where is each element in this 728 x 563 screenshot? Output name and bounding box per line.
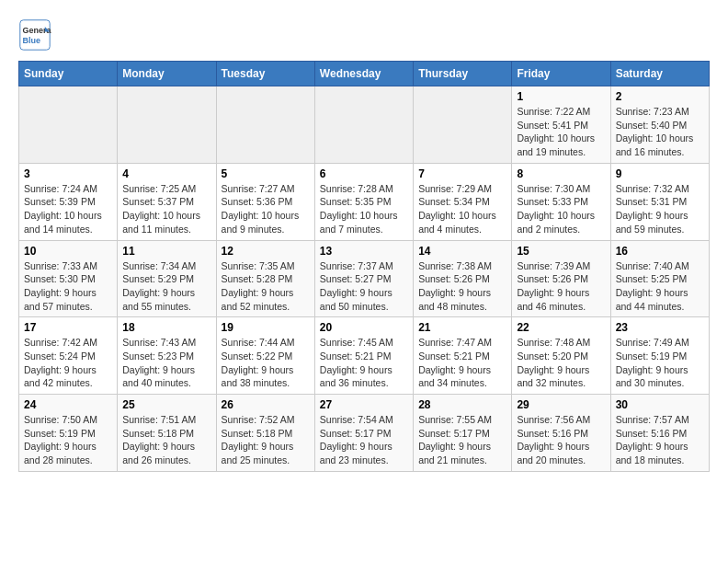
- calendar-cell: [414, 86, 512, 164]
- day-number: 29: [517, 398, 605, 411]
- day-info: Sunrise: 7:52 AM Sunset: 5:18 PM Dayligh…: [222, 413, 310, 467]
- calendar-week-3: 10Sunrise: 7:33 AM Sunset: 5:30 PM Dayli…: [19, 240, 710, 317]
- day-number: 9: [616, 167, 704, 180]
- calendar-cell: 13Sunrise: 7:37 AM Sunset: 5:27 PM Dayli…: [314, 240, 413, 317]
- calendar-cell: 14Sunrise: 7:38 AM Sunset: 5:26 PM Dayli…: [414, 240, 512, 317]
- calendar-cell: 26Sunrise: 7:52 AM Sunset: 5:18 PM Dayli…: [216, 395, 314, 472]
- header: General Blue: [18, 18, 710, 52]
- day-number: 24: [24, 398, 112, 411]
- day-info: Sunrise: 7:38 AM Sunset: 5:26 PM Dayligh…: [418, 259, 506, 314]
- calendar-cell: 17Sunrise: 7:42 AM Sunset: 5:24 PM Dayli…: [19, 317, 118, 395]
- day-info: Sunrise: 7:44 AM Sunset: 5:22 PM Dayligh…: [222, 336, 310, 390]
- day-info: Sunrise: 7:47 AM Sunset: 5:21 PM Dayligh…: [418, 336, 506, 390]
- day-number: 28: [418, 398, 506, 411]
- calendar-cell: [19, 86, 118, 164]
- day-number: 18: [122, 321, 210, 334]
- day-number: 7: [418, 167, 506, 180]
- calendar-cell: 1Sunrise: 7:22 AM Sunset: 5:41 PM Daylig…: [512, 86, 610, 164]
- calendar-body: 1Sunrise: 7:22 AM Sunset: 5:41 PM Daylig…: [19, 86, 710, 472]
- day-number: 19: [222, 321, 310, 334]
- calendar-cell: 18Sunrise: 7:43 AM Sunset: 5:23 PM Dayli…: [118, 317, 216, 395]
- day-number: 16: [616, 245, 704, 258]
- weekday-header-thursday: Thursday: [414, 62, 512, 86]
- day-info: Sunrise: 7:27 AM Sunset: 5:36 PM Dayligh…: [222, 182, 310, 236]
- day-info: Sunrise: 7:42 AM Sunset: 5:24 PM Dayligh…: [24, 336, 112, 390]
- weekday-header-saturday: Saturday: [610, 62, 709, 86]
- day-info: Sunrise: 7:51 AM Sunset: 5:18 PM Dayligh…: [122, 413, 210, 467]
- calendar-week-2: 3Sunrise: 7:24 AM Sunset: 5:39 PM Daylig…: [19, 163, 710, 240]
- day-info: Sunrise: 7:29 AM Sunset: 5:34 PM Dayligh…: [418, 182, 506, 236]
- day-info: Sunrise: 7:33 AM Sunset: 5:30 PM Dayligh…: [24, 259, 112, 314]
- calendar-cell: 2Sunrise: 7:23 AM Sunset: 5:40 PM Daylig…: [610, 86, 709, 164]
- calendar-header: SundayMondayTuesdayWednesdayThursdayFrid…: [19, 62, 710, 86]
- calendar-cell: 23Sunrise: 7:49 AM Sunset: 5:19 PM Dayli…: [610, 317, 709, 395]
- day-number: 17: [24, 321, 112, 334]
- calendar-cell: 30Sunrise: 7:57 AM Sunset: 5:16 PM Dayli…: [610, 395, 709, 472]
- calendar-cell: 5Sunrise: 7:27 AM Sunset: 5:36 PM Daylig…: [216, 163, 314, 240]
- calendar-cell: 6Sunrise: 7:28 AM Sunset: 5:35 PM Daylig…: [314, 163, 413, 240]
- calendar-cell: 15Sunrise: 7:39 AM Sunset: 5:26 PM Dayli…: [512, 240, 610, 317]
- day-info: Sunrise: 7:24 AM Sunset: 5:39 PM Dayligh…: [24, 182, 112, 236]
- calendar-cell: 19Sunrise: 7:44 AM Sunset: 5:22 PM Dayli…: [216, 317, 314, 395]
- day-number: 10: [24, 245, 112, 258]
- day-info: Sunrise: 7:25 AM Sunset: 5:37 PM Dayligh…: [122, 182, 210, 236]
- weekday-header-tuesday: Tuesday: [216, 62, 314, 86]
- day-info: Sunrise: 7:43 AM Sunset: 5:23 PM Dayligh…: [122, 336, 210, 390]
- day-info: Sunrise: 7:56 AM Sunset: 5:16 PM Dayligh…: [517, 413, 605, 467]
- calendar-cell: 11Sunrise: 7:34 AM Sunset: 5:29 PM Dayli…: [118, 240, 216, 317]
- day-number: 26: [222, 398, 310, 411]
- day-info: Sunrise: 7:37 AM Sunset: 5:27 PM Dayligh…: [320, 259, 408, 314]
- day-info: Sunrise: 7:30 AM Sunset: 5:33 PM Dayligh…: [517, 182, 605, 236]
- day-info: Sunrise: 7:50 AM Sunset: 5:19 PM Dayligh…: [24, 413, 112, 467]
- weekday-header-wednesday: Wednesday: [314, 62, 413, 86]
- weekday-row: SundayMondayTuesdayWednesdayThursdayFrid…: [19, 62, 710, 86]
- calendar-cell: [216, 86, 314, 164]
- weekday-header-friday: Friday: [512, 62, 610, 86]
- calendar-cell: 4Sunrise: 7:25 AM Sunset: 5:37 PM Daylig…: [118, 163, 216, 240]
- calendar-cell: 12Sunrise: 7:35 AM Sunset: 5:28 PM Dayli…: [216, 240, 314, 317]
- calendar-cell: 9Sunrise: 7:32 AM Sunset: 5:31 PM Daylig…: [610, 163, 709, 240]
- svg-text:Blue: Blue: [23, 36, 41, 45]
- calendar-cell: 20Sunrise: 7:45 AM Sunset: 5:21 PM Dayli…: [314, 317, 413, 395]
- day-info: Sunrise: 7:48 AM Sunset: 5:20 PM Dayligh…: [517, 336, 605, 390]
- calendar-cell: 24Sunrise: 7:50 AM Sunset: 5:19 PM Dayli…: [19, 395, 118, 472]
- calendar-week-5: 24Sunrise: 7:50 AM Sunset: 5:19 PM Dayli…: [19, 395, 710, 472]
- day-number: 13: [320, 245, 408, 258]
- day-info: Sunrise: 7:28 AM Sunset: 5:35 PM Dayligh…: [320, 182, 408, 236]
- calendar-cell: 3Sunrise: 7:24 AM Sunset: 5:39 PM Daylig…: [19, 163, 118, 240]
- day-number: 20: [320, 321, 408, 334]
- day-number: 3: [24, 167, 112, 180]
- day-info: Sunrise: 7:23 AM Sunset: 5:40 PM Dayligh…: [616, 105, 704, 159]
- calendar-cell: 25Sunrise: 7:51 AM Sunset: 5:18 PM Dayli…: [118, 395, 216, 472]
- calendar-week-4: 17Sunrise: 7:42 AM Sunset: 5:24 PM Dayli…: [19, 317, 710, 395]
- day-number: 30: [616, 398, 704, 411]
- day-number: 23: [616, 321, 704, 334]
- day-number: 5: [222, 167, 310, 180]
- day-number: 25: [122, 398, 210, 411]
- day-number: 1: [517, 90, 605, 103]
- calendar-cell: 27Sunrise: 7:54 AM Sunset: 5:17 PM Dayli…: [314, 395, 413, 472]
- calendar-cell: 28Sunrise: 7:55 AM Sunset: 5:17 PM Dayli…: [414, 395, 512, 472]
- day-number: 15: [517, 245, 605, 258]
- calendar-cell: 21Sunrise: 7:47 AM Sunset: 5:21 PM Dayli…: [414, 317, 512, 395]
- day-info: Sunrise: 7:54 AM Sunset: 5:17 PM Dayligh…: [320, 413, 408, 467]
- day-info: Sunrise: 7:40 AM Sunset: 5:25 PM Dayligh…: [616, 259, 704, 314]
- day-number: 6: [320, 167, 408, 180]
- day-info: Sunrise: 7:34 AM Sunset: 5:29 PM Dayligh…: [122, 259, 210, 314]
- day-info: Sunrise: 7:22 AM Sunset: 5:41 PM Dayligh…: [517, 105, 605, 159]
- calendar-cell: 16Sunrise: 7:40 AM Sunset: 5:25 PM Dayli…: [610, 240, 709, 317]
- day-number: 14: [418, 245, 506, 258]
- day-info: Sunrise: 7:32 AM Sunset: 5:31 PM Dayligh…: [616, 182, 704, 236]
- day-number: 2: [616, 90, 704, 103]
- weekday-header-sunday: Sunday: [19, 62, 118, 86]
- calendar-cell: [118, 86, 216, 164]
- day-info: Sunrise: 7:49 AM Sunset: 5:19 PM Dayligh…: [616, 336, 704, 390]
- calendar-cell: 7Sunrise: 7:29 AM Sunset: 5:34 PM Daylig…: [414, 163, 512, 240]
- day-number: 12: [222, 245, 310, 258]
- day-number: 27: [320, 398, 408, 411]
- weekday-header-monday: Monday: [118, 62, 216, 86]
- day-info: Sunrise: 7:57 AM Sunset: 5:16 PM Dayligh…: [616, 413, 704, 467]
- day-number: 21: [418, 321, 506, 334]
- calendar-cell: 8Sunrise: 7:30 AM Sunset: 5:33 PM Daylig…: [512, 163, 610, 240]
- calendar-cell: [314, 86, 413, 164]
